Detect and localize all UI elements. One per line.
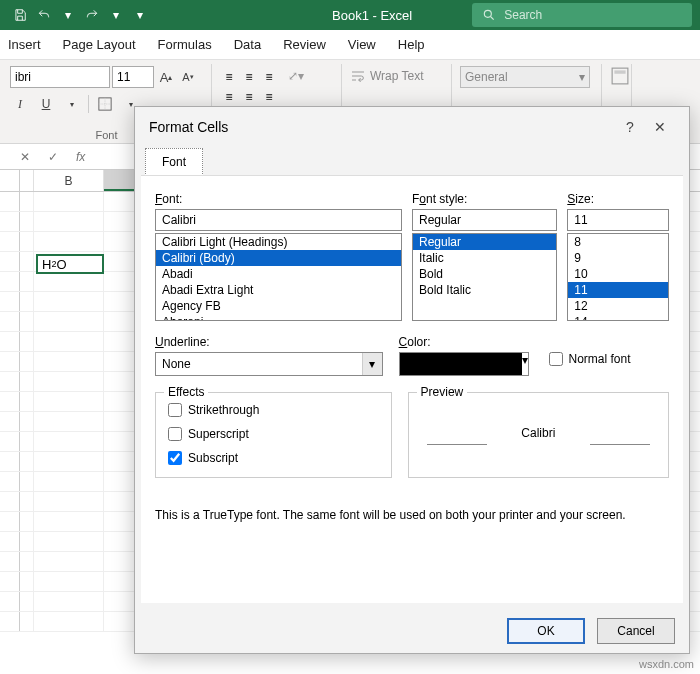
- list-item[interactable]: 14: [568, 314, 668, 321]
- list-item[interactable]: Agency FB: [156, 298, 401, 314]
- help-icon[interactable]: ?: [615, 119, 645, 135]
- save-icon[interactable]: [8, 3, 32, 27]
- label-preview: Preview: [417, 385, 468, 399]
- cond-format-icon[interactable]: [610, 66, 630, 86]
- tab-page-layout[interactable]: Page Layout: [63, 37, 136, 52]
- alignment-grid[interactable]: ≡≡≡≡≡≡: [220, 68, 278, 106]
- dropdown-icon[interactable]: ▾: [62, 94, 82, 114]
- font-style-listbox[interactable]: RegularItalicBoldBold Italic: [412, 233, 557, 321]
- color-select[interactable]: ▾: [399, 352, 529, 376]
- label-strike: Strikethrough: [188, 403, 259, 417]
- strikethrough-checkbox[interactable]: [168, 403, 182, 417]
- active-cell[interactable]: H2O: [36, 254, 104, 274]
- chevron-down-icon[interactable]: ▾: [362, 353, 382, 375]
- search-input[interactable]: Search: [472, 3, 692, 27]
- font-name-select[interactable]: [10, 66, 110, 88]
- tab-insert[interactable]: Insert: [8, 37, 41, 52]
- font-input[interactable]: [155, 209, 402, 231]
- superscript-checkbox[interactable]: [168, 427, 182, 441]
- tab-help[interactable]: Help: [398, 37, 425, 52]
- list-item[interactable]: 11: [568, 282, 668, 298]
- chevron-down-icon[interactable]: ▾: [522, 353, 528, 375]
- svg-rect-3: [614, 70, 625, 73]
- size-listbox[interactable]: 8910111214: [567, 233, 669, 321]
- titlebar: ▾ ▾ ▾ Book1 - Excel Search: [0, 0, 700, 30]
- qat-customize-icon[interactable]: ▾: [128, 3, 152, 27]
- format-cells-dialog: Format Cells ? ✕ Font Font: Calibri Ligh…: [134, 106, 690, 654]
- font-size-select[interactable]: [112, 66, 154, 88]
- list-item[interactable]: Regular: [413, 234, 556, 250]
- label-super: Superscript: [188, 427, 249, 441]
- list-item[interactable]: 8: [568, 234, 668, 250]
- shrink-font-icon[interactable]: A▾: [178, 67, 198, 87]
- underline-icon[interactable]: U: [36, 94, 56, 114]
- label-font: Font:: [155, 192, 402, 206]
- wrap-text-button[interactable]: Wrap Text: [350, 68, 443, 84]
- ok-button[interactable]: OK: [507, 618, 585, 644]
- tab-data[interactable]: Data: [234, 37, 261, 52]
- dropdown-icon[interactable]: ▾: [104, 3, 128, 27]
- label-font-style: Font style:: [412, 192, 557, 206]
- label-effects: Effects: [164, 385, 208, 399]
- list-item[interactable]: Abadi Extra Light: [156, 282, 401, 298]
- list-item[interactable]: Bold Italic: [413, 282, 556, 298]
- svg-point-0: [485, 10, 492, 17]
- tab-review[interactable]: Review: [283, 37, 326, 52]
- italic-icon[interactable]: I: [10, 94, 30, 114]
- list-item[interactable]: Calibri Light (Headings): [156, 234, 401, 250]
- normal-font-checkbox[interactable]: [549, 352, 563, 366]
- list-item[interactable]: Aharoni: [156, 314, 401, 321]
- close-icon[interactable]: ✕: [645, 119, 675, 135]
- preview-area: Calibri: [421, 403, 656, 463]
- enter-icon[interactable]: ✓: [48, 150, 58, 164]
- search-placeholder: Search: [504, 8, 542, 22]
- subscript-checkbox[interactable]: [168, 451, 182, 465]
- cancel-button[interactable]: Cancel: [597, 618, 675, 644]
- color-swatch: [400, 353, 522, 375]
- list-item[interactable]: 9: [568, 250, 668, 266]
- underline-select[interactable]: None ▾: [155, 352, 383, 376]
- document-title: Book1 - Excel: [332, 8, 412, 23]
- watermark: wsxdn.com: [639, 658, 694, 670]
- dialog-title: Format Cells: [149, 119, 228, 135]
- label-color: Color:: [399, 335, 533, 349]
- cancel-icon[interactable]: ✕: [20, 150, 30, 164]
- grow-font-icon[interactable]: A▴: [156, 67, 176, 87]
- font-style-input[interactable]: [412, 209, 557, 231]
- list-item[interactable]: 12: [568, 298, 668, 314]
- font-listbox[interactable]: Calibri Light (Headings)Calibri (Body)Ab…: [155, 233, 402, 321]
- list-item[interactable]: Italic: [413, 250, 556, 266]
- font-note: This is a TrueType font. The same font w…: [155, 508, 669, 522]
- size-input[interactable]: [567, 209, 669, 231]
- tab-view[interactable]: View: [348, 37, 376, 52]
- undo-icon[interactable]: [32, 3, 56, 27]
- tab-formulas[interactable]: Formulas: [158, 37, 212, 52]
- label-underline: Underline:: [155, 335, 383, 349]
- orientation-icon[interactable]: ⤢▾: [286, 66, 306, 86]
- list-item[interactable]: Abadi: [156, 266, 401, 282]
- dropdown-icon[interactable]: ▾: [56, 3, 80, 27]
- number-format-select[interactable]: General▾: [460, 66, 590, 88]
- list-item[interactable]: Calibri (Body): [156, 250, 401, 266]
- tab-font[interactable]: Font: [145, 148, 203, 176]
- label-size: Size:: [567, 192, 669, 206]
- list-item[interactable]: 10: [568, 266, 668, 282]
- redo-icon[interactable]: [80, 3, 104, 27]
- ribbon-tabs: Insert Page Layout Formulas Data Review …: [0, 30, 700, 60]
- label-sub: Subscript: [188, 451, 238, 465]
- fx-icon[interactable]: fx: [76, 150, 85, 164]
- list-item[interactable]: Bold: [413, 266, 556, 282]
- border-icon[interactable]: [95, 94, 115, 114]
- col-header[interactable]: B: [34, 170, 104, 191]
- label-normal-font: Normal font: [569, 352, 631, 366]
